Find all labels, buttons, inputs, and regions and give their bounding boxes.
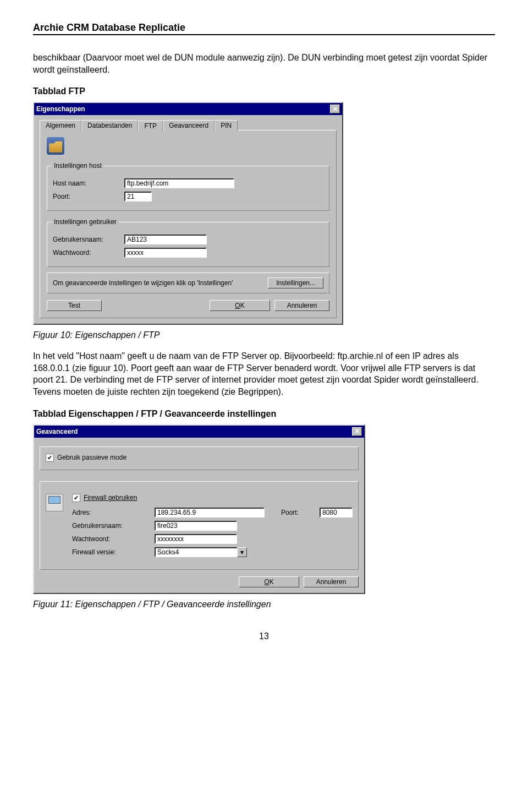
group-host-legend: Instellingen host <box>52 162 104 170</box>
heading-geavanceerd: Tabblad Eigenschappen / FTP / Geavanceer… <box>33 409 495 419</box>
test-button[interactable]: Test <box>47 300 102 311</box>
cancel-button[interactable]: Annuleren <box>304 576 359 587</box>
fw-port-input[interactable] <box>320 508 353 517</box>
username-label: Gebruikersnaam: <box>53 236 119 243</box>
address-label: Adres: <box>72 509 149 516</box>
tab-geavanceerd[interactable]: Geavanceerd <box>163 120 215 131</box>
address-input[interactable] <box>155 508 265 517</box>
passive-mode-label: Gebruik passieve mode <box>57 454 127 461</box>
tab-algemeen[interactable]: Algemeen <box>40 120 81 131</box>
close-icon[interactable]: ✕ <box>330 105 340 113</box>
port-input[interactable] <box>124 192 152 201</box>
password-label: Wachtwoord: <box>53 249 119 257</box>
close-icon[interactable]: ✕ <box>352 427 362 436</box>
ok-button[interactable]: OK <box>210 300 270 311</box>
firewall-use-label: Firewall gebruiken <box>84 494 137 502</box>
dialog-geavanceerd: Geavanceerd ✕ ✔ Gebruik passieve mode ✔ … <box>33 424 365 594</box>
dialog-title: Eigenschappen <box>36 105 85 113</box>
fw-password-label: Wachtwoord: <box>72 535 149 543</box>
fw-username-label: Gebruikersnaam: <box>72 522 149 530</box>
instellingen-button[interactable]: Instellingen... <box>268 277 323 288</box>
password-input[interactable] <box>124 248 207 258</box>
chevron-down-icon[interactable]: ▾ <box>237 547 247 557</box>
page-title: Archie CRM Database Replicatie <box>33 22 495 35</box>
fw-version-select[interactable]: ▾ <box>155 547 247 557</box>
cancel-button[interactable]: Annuleren <box>274 300 329 311</box>
fw-version-value[interactable] <box>155 547 237 557</box>
group-firewall: ✔ Firewall gebruiken Adres: Poort: Gebru… <box>40 481 359 570</box>
tab-ftp[interactable]: FTP <box>138 121 163 132</box>
figure-11-caption: Figuur 11: Eigenschappen / FTP / Geavanc… <box>33 600 495 609</box>
dialog-title: Geavanceerd <box>36 428 78 435</box>
fw-password-input[interactable] <box>155 534 237 544</box>
fw-port-label: Poort: <box>281 509 314 516</box>
username-input[interactable] <box>124 235 207 244</box>
fw-version-label: Firewall versie: <box>72 548 149 556</box>
group-user-legend: Instellingen gebruiker <box>52 218 119 226</box>
advanced-hint-text: Om geavanceerde instellingen te wijzigen… <box>53 279 233 287</box>
group-passive: ✔ Gebruik passieve mode <box>40 446 359 470</box>
dialog-eigenschappen: Eigenschappen ✕ Algemeen Databestanden F… <box>33 102 343 325</box>
group-user: Instellingen gebruiker Gebruikersnaam: W… <box>47 222 329 267</box>
ok-button[interactable]: OK <box>239 576 299 587</box>
fw-username-input[interactable] <box>155 521 237 531</box>
folder-icon <box>47 137 64 155</box>
tab-databestanden[interactable]: Databestanden <box>81 120 138 131</box>
heading-tabblad-ftp: Tabblad FTP <box>33 86 495 96</box>
figure-10-caption: Figuur 10: Eigenschappen / FTP <box>33 330 495 340</box>
group-host: Instellingen host Host naam: Poort: <box>47 166 329 211</box>
port-label: Poort: <box>53 193 119 200</box>
computer-icon <box>46 494 63 511</box>
intro-paragraph: beschikbaar (Daarvoor moet wel de DUN mo… <box>33 52 495 75</box>
checkbox-passive[interactable]: ✔ <box>46 454 54 462</box>
host-name-input[interactable] <box>124 178 234 188</box>
checkbox-firewall[interactable]: ✔ <box>72 494 80 502</box>
tab-pin[interactable]: PIN <box>215 120 238 131</box>
host-name-label: Host naam: <box>53 179 119 187</box>
page-number: 13 <box>33 631 495 641</box>
ftp-paragraph: In het veld "Host naam" geeft u de naam … <box>33 350 495 397</box>
